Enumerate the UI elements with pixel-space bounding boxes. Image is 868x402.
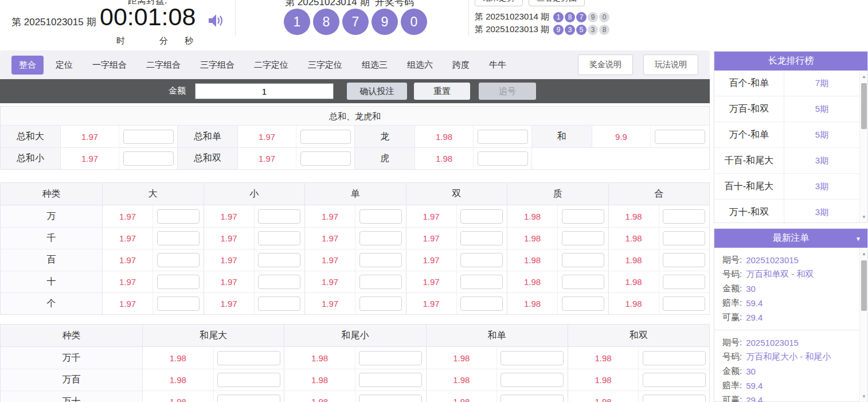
bet-amount-input[interactable] xyxy=(359,253,402,267)
tab-牛牛[interactable]: 牛牛 xyxy=(482,56,514,75)
bet-amount-input[interactable] xyxy=(460,296,503,311)
confirm-bet-button[interactable]: 确认投注 xyxy=(347,83,407,100)
tab-三字组合[interactable]: 三字组合 xyxy=(193,56,242,75)
collapse-caret-icon[interactable]: ▼ xyxy=(855,236,861,242)
bet-amount-input[interactable] xyxy=(460,231,503,245)
trend-button[interactable]: 结果走势 xyxy=(475,0,523,6)
rank-scrollbar[interactable]: ▲ ▼ xyxy=(859,71,867,223)
odds-value: 1.98 xyxy=(284,391,355,402)
amount-label: 金额 xyxy=(169,85,186,96)
bet-amount-input[interactable] xyxy=(217,351,280,365)
odds-value: 1.98 xyxy=(608,271,659,292)
tab-二字定位[interactable]: 二字定位 xyxy=(247,56,296,75)
bet-amount-input[interactable] xyxy=(359,231,402,245)
bet-amount-input[interactable] xyxy=(359,296,402,311)
bet-amount-input[interactable] xyxy=(663,296,705,311)
bet-input-cell xyxy=(638,347,709,369)
bet-amount-input[interactable] xyxy=(501,373,564,387)
chase-number-button[interactable]: 追号 xyxy=(479,83,536,100)
odds-value: 1.97 xyxy=(406,271,456,292)
bet-amount-input[interactable] xyxy=(562,231,604,245)
tab-跨度[interactable]: 跨度 xyxy=(445,56,477,75)
bet-amount-input[interactable] xyxy=(359,351,422,365)
bet-amount-input[interactable] xyxy=(643,395,706,402)
bet-amount-input[interactable] xyxy=(359,373,422,387)
bet-amount-input[interactable] xyxy=(359,395,422,402)
bet-amount-input[interactable] xyxy=(562,296,604,311)
bet-amount-input[interactable] xyxy=(562,253,604,267)
tab-定位[interactable]: 定位 xyxy=(48,56,80,75)
tab-整合[interactable]: 整合 xyxy=(11,56,44,75)
bet-amount-input[interactable] xyxy=(663,231,705,245)
sum-body: 总和大1.97总和单1.97龙1.98和9.9总和小1.97总和双1.97虎1.… xyxy=(1,126,709,169)
bet-amount-input[interactable] xyxy=(157,253,200,267)
bet-amount-input[interactable] xyxy=(460,275,503,289)
bet-amount-input[interactable] xyxy=(562,275,604,289)
bet-win-line: 可赢:29.4 xyxy=(722,310,867,325)
bet-amount-input[interactable] xyxy=(460,209,503,224)
scrollbar-thumb[interactable] xyxy=(861,83,867,129)
bet-amount-input[interactable] xyxy=(460,253,503,267)
bet-amount-input[interactable] xyxy=(300,130,351,144)
bet-input-cell xyxy=(456,293,507,314)
bet-amount-input[interactable] xyxy=(501,395,564,402)
bet-amount-input[interactable] xyxy=(157,231,200,245)
info-button[interactable]: 奖金说明 xyxy=(578,54,633,75)
bet-amount-input[interactable] xyxy=(562,209,604,224)
bet-odds-line: 赔率:59.4 xyxy=(722,378,867,393)
draw-ball: 1 xyxy=(284,9,310,35)
rank-count: 5期 xyxy=(784,122,867,147)
bet-amount-input[interactable] xyxy=(478,151,528,166)
bet-amount-input[interactable] xyxy=(643,351,706,365)
tab-组选六[interactable]: 组选六 xyxy=(400,56,440,75)
bet-amount-input[interactable] xyxy=(359,275,402,289)
column-header: 合 xyxy=(608,183,710,205)
odds-value: 1.98 xyxy=(507,249,557,271)
odds-value: 1.97 xyxy=(204,249,254,271)
rank-count: 5期 xyxy=(784,96,867,122)
scrollbar-thumb[interactable] xyxy=(861,260,867,311)
bet-amount-input[interactable] xyxy=(643,373,706,387)
bet-amount-input[interactable] xyxy=(501,351,564,365)
speaker-icon[interactable] xyxy=(208,13,225,29)
bet-amount-input[interactable] xyxy=(663,209,705,224)
bet-amount-input[interactable] xyxy=(258,296,300,311)
bet-input-cell xyxy=(557,271,608,292)
bet-amount-input[interactable] xyxy=(655,130,705,144)
scroll-up-arrow[interactable]: ▲ xyxy=(860,249,867,258)
bet-entry: 期号:20251023015号码:万百和尾大小 - 和尾小金额:30赔率:59.… xyxy=(714,330,867,402)
bet-amount-input[interactable] xyxy=(258,231,300,245)
rank-row: 万个-和单5期 xyxy=(714,122,867,148)
bet-amount-input[interactable] xyxy=(217,373,280,387)
bet-amount-input[interactable] xyxy=(217,395,280,402)
bet-amount-input[interactable] xyxy=(258,209,300,224)
trend-button[interactable]: 查看走势图 xyxy=(529,0,585,6)
tail-odds-table: 种类和尾大和尾小和单和双 万千1.981.981.981.98万百1.981.9… xyxy=(0,324,710,402)
tab-组选三[interactable]: 组选三 xyxy=(354,56,395,75)
info-button[interactable]: 玩法说明 xyxy=(643,54,698,75)
amount-input[interactable] xyxy=(195,83,334,99)
tab-一字组合[interactable]: 一字组合 xyxy=(85,56,134,75)
sum-dragon-tiger-section: 总和、龙虎和 总和大1.97总和单1.97龙1.98和9.9总和小1.97总和双… xyxy=(0,106,710,170)
tab-三字定位[interactable]: 三字定位 xyxy=(300,56,350,75)
bet-amount-input[interactable] xyxy=(258,275,300,289)
bet-amount-input[interactable] xyxy=(478,130,528,144)
bet-amount-input[interactable] xyxy=(123,151,174,166)
scroll-down-arrow[interactable]: ▼ xyxy=(860,392,867,401)
bet-amount-input[interactable] xyxy=(663,253,705,267)
bet-amount-input[interactable] xyxy=(157,275,200,289)
history-ball: 3 xyxy=(588,25,598,35)
tab-二字组合[interactable]: 二字组合 xyxy=(139,56,188,75)
bets-scrollbar[interactable]: ▲ ▼ xyxy=(859,248,867,402)
bet-amount-input[interactable] xyxy=(157,296,200,311)
bet-amount-input[interactable] xyxy=(123,130,174,144)
odds-value: 1.98 xyxy=(608,228,659,249)
bet-amount-input[interactable] xyxy=(300,151,351,166)
scroll-up-arrow[interactable]: ▲ xyxy=(860,72,867,81)
scroll-down-arrow[interactable]: ▼ xyxy=(860,212,867,221)
bet-amount-input[interactable] xyxy=(663,275,705,289)
reset-button[interactable]: 重置 xyxy=(414,83,470,100)
bet-amount-input[interactable] xyxy=(359,209,402,224)
bet-amount-input[interactable] xyxy=(157,209,200,224)
bet-amount-input[interactable] xyxy=(258,253,300,267)
